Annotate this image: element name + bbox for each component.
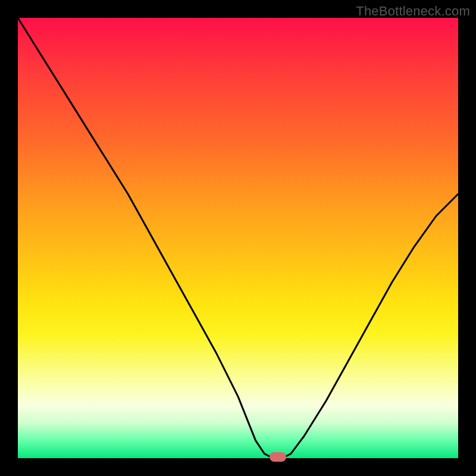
watermark-text: TheBottleneck.com	[356, 4, 470, 19]
bottleneck-curve	[18, 18, 458, 458]
chart-container: TheBottleneck.com	[0, 0, 476, 476]
optimal-point-marker	[270, 452, 286, 462]
